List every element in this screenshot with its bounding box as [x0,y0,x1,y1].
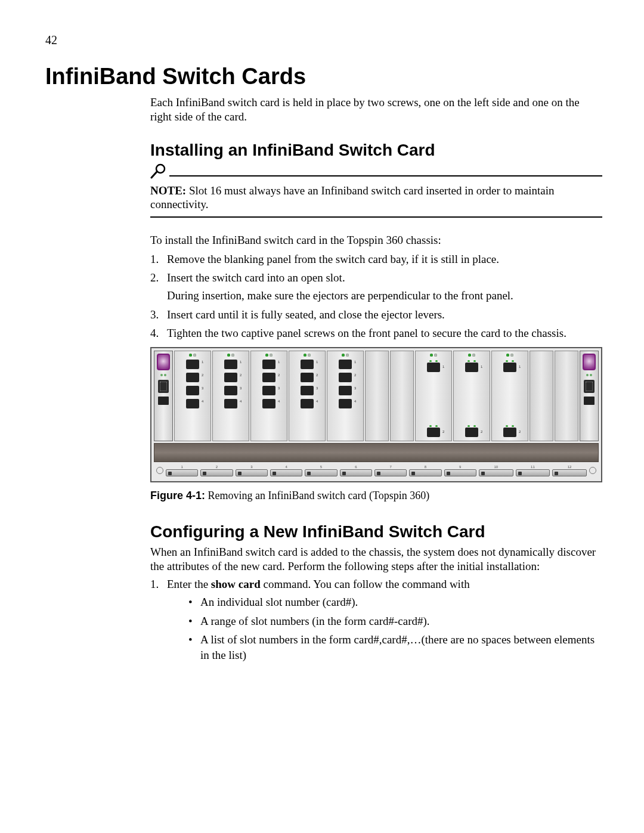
chassis-illustration: 12341234123412341234121212 1234567891011… [150,347,602,482]
install-step-subtext: During insertion, make sure the ejectors… [167,288,602,304]
bay-port-number: 10 [494,465,498,469]
mgmt-leds [586,374,592,376]
rj-port-icon [262,399,275,408]
slot-leds [468,354,475,357]
bay-port-unit: 3 [236,465,268,476]
bay-port-number: 6 [355,465,357,469]
slot-leds [430,354,437,357]
mgmt-eth-port-icon [584,397,595,405]
bay-port-icon [479,469,513,476]
port-number: 1 [240,360,242,364]
switch-card-slot-dual: 12 [491,351,528,441]
bay-port-icon [516,469,550,476]
bay-port-icon [270,469,302,476]
page: 42 InfiniBand Switch Cards Each InfiniBa… [0,0,644,833]
port-number: 2 [442,430,444,433]
mgmt-slot [580,351,599,441]
port-number: 2 [481,430,482,433]
section-installing-title: Installing an InfiniBand Switch Card [150,141,602,160]
ib-port-icon [427,428,440,437]
page-number: 42 [45,33,602,47]
bay-port-number: 1 [181,465,182,469]
bay-screw-right-icon [589,467,596,474]
bay-port-number: 4 [285,465,287,469]
configure-bullet-2: A range of slot numbers (in the form car… [188,614,602,629]
switch-card-slot: 1234 [289,351,326,441]
bay-port-number: 5 [320,465,322,469]
rj-port-icon [186,373,199,382]
mgmt-serial-port-icon [158,380,169,393]
mgmt-slot [154,351,173,441]
configure-lead: When an InfiniBand switch card is added … [150,545,602,574]
rj-port-icon [186,360,199,369]
port-number: 4 [278,400,280,403]
port-number: 1 [481,365,482,368]
port-number: 2 [278,373,280,377]
mgmt-leds [160,374,166,376]
configure-step-1-prefix: Enter the [167,578,211,590]
bay-port-number: 7 [389,465,391,469]
bay-port-unit: 4 [270,465,302,476]
port-number: 1 [202,360,203,364]
configure-bullet-1: An individual slot number (card#). [188,594,602,610]
rj-port-icon [186,386,199,395]
configure-bullet-3: A list of slot numbers in the form card#… [188,632,602,662]
bay-port-unit: 7 [374,465,407,476]
switch-card-slot: 1234 [212,351,249,441]
rj-port-icon [301,360,314,369]
mgmt-module-icon [157,354,170,370]
port-number: 1 [354,360,356,364]
figure-label: Figure 4-1: [150,490,205,501]
page-title: InfiniBand Switch Cards [45,64,602,89]
install-step-text: Insert the switch card into an open slot… [167,271,345,284]
port-number: 3 [278,386,280,390]
bay-port-unit: 9 [444,465,476,476]
install-step-4: Tighten the two captive panel screws on … [150,326,602,341]
note-rule-bottom [150,216,602,218]
rj-port-icon [339,386,352,395]
slot-leds [189,354,196,357]
port-number: 4 [316,400,318,403]
figure-caption-text: Removing an InfiniBand switch card (Tops… [208,490,430,501]
rj-port-icon [224,386,237,395]
bay-port-number: 11 [531,465,535,469]
bay-port-number: 12 [568,465,572,469]
mgmt-module-icon [583,354,596,370]
bay-port-icon [166,469,198,476]
rj-port-icon [339,399,352,408]
note-body: Slot 16 must always have an Infiniband s… [150,184,555,211]
bay-port-unit: 11 [516,465,550,476]
bay-port-icon [236,469,268,476]
ib-port-icon [465,428,478,437]
configure-step-1-suffix: command. You can follow the command with [261,578,470,590]
bay-port-icon [200,469,233,476]
bay-port-number: 2 [216,465,218,469]
slot-leds [227,354,234,357]
ib-port-icon [465,363,478,372]
rj-port-icon [301,399,314,408]
note-rule-top [169,175,602,176]
install-step-3: Insert card until it is fully seated, an… [150,307,602,323]
port-number: 3 [354,386,356,390]
slot-leds [265,354,273,357]
port-number: 4 [202,400,203,403]
configure-bullets: An individual slot number (card#).A rang… [167,594,602,663]
switch-card-slot: 1234 [327,351,364,441]
configure-steps-list: Enter the show card command. You can fol… [150,577,602,662]
bay-port-number: 8 [425,465,426,469]
install-step-2: Insert the switch card into an open slot… [150,270,602,303]
content-column: Each InfiniBand switch card is held in p… [150,95,602,663]
configure-step-1: Enter the show card command. You can fol… [150,577,602,662]
empty-slot [365,351,389,441]
rj-port-icon [262,360,275,369]
bay-screw-left-icon [156,467,163,474]
slot-leds [304,354,311,357]
bay-port-number: 9 [459,465,461,469]
rj-port-icon [262,386,275,395]
rj-port-icon [186,399,199,408]
note-block: NOTE: Slot 16 must always have an Infini… [150,163,602,218]
port-number: 3 [316,386,318,390]
port-number: 2 [316,373,318,377]
magnifier-icon [150,163,167,181]
show-card-command: show card [211,578,261,590]
